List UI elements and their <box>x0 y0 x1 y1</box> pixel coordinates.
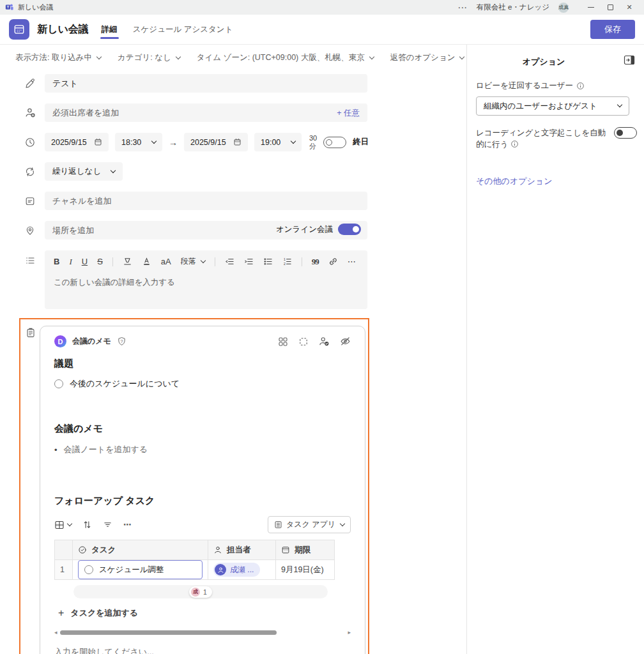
add-person-icon <box>22 107 38 118</box>
maximize-button[interactable] <box>601 1 620 14</box>
chevron-down-icon <box>291 138 296 143</box>
add-optional-attendees-link[interactable]: + 任意 <box>337 108 360 119</box>
assignee-avatar-icon <box>215 564 226 575</box>
tab-scheduling-assistant[interactable]: スケジュール アシスタント <box>132 15 234 44</box>
tab-details[interactable]: 詳細 <box>100 15 119 44</box>
editor-more-button[interactable]: ⋯ <box>348 257 356 266</box>
response-options-dropdown[interactable]: 返答のオプション <box>390 52 464 63</box>
task-app-icon <box>274 521 282 529</box>
online-meeting-label: オンライン会議 <box>276 224 333 235</box>
apps-grid-icon[interactable] <box>278 337 288 347</box>
font-size-button[interactable]: aA <box>161 257 171 266</box>
task-toolbar-more-button[interactable]: ⋯ <box>123 520 132 529</box>
link-button[interactable] <box>328 257 338 266</box>
chevron-down-icon <box>617 102 622 107</box>
due-date-cell[interactable]: 9月19日(金) <box>276 560 335 580</box>
meeting-title-input[interactable] <box>45 74 367 93</box>
horizontal-scrollbar[interactable]: ◂ ▸ <box>54 629 351 635</box>
numbered-list-button[interactable]: 12 <box>282 257 292 266</box>
paragraph-style-dropdown[interactable]: 段落 <box>181 256 205 267</box>
presence-badge: 成 1 <box>189 586 212 598</box>
strikethrough-button[interactable]: S <box>97 257 103 266</box>
outdent-button[interactable] <box>225 257 234 266</box>
pencil-icon <box>22 79 38 89</box>
all-day-toggle[interactable] <box>323 137 346 148</box>
show-as-dropdown[interactable]: 表示方法: 取り込み中 <box>15 52 101 63</box>
add-task-button[interactable]: + タスクを追加する <box>58 607 351 619</box>
chevron-down-icon <box>111 167 116 172</box>
highlight-button[interactable] <box>123 257 132 266</box>
info-icon[interactable] <box>576 82 585 90</box>
agenda-item-checkbox[interactable] <box>54 379 63 388</box>
page-title: 新しい会議 <box>37 23 89 36</box>
category-dropdown[interactable]: カテゴリ: なし <box>118 52 180 63</box>
chevron-down-icon <box>176 54 181 59</box>
assignee-pill[interactable]: 成瀬 ... <box>213 563 260 577</box>
description-editor[interactable]: B I U S aA 段落 12 <box>45 250 367 309</box>
calendar-icon <box>94 138 102 146</box>
agenda-heading: 議題 <box>54 358 351 370</box>
notes-placeholder-item[interactable]: • 会議ノートを追加する <box>54 444 351 455</box>
loop-component-frame: D 会議のメモ ? 議題 <box>19 318 369 654</box>
filter-icon[interactable] <box>103 520 112 529</box>
presence-bar: 成 1 <box>73 585 328 598</box>
shared-people-icon[interactable] <box>319 336 330 347</box>
blockquote-button[interactable]: 99 <box>312 257 319 267</box>
clock-icon <box>22 137 38 148</box>
editor-toolbar: B I U S aA 段落 12 <box>54 256 358 267</box>
person-icon <box>213 545 222 554</box>
calendar-icon <box>281 545 290 554</box>
end-time-picker[interactable]: 19:00 <box>254 133 302 151</box>
more-options-link[interactable]: その他のオプション <box>476 176 637 187</box>
task-title-cell[interactable]: スケジュール調整 <box>78 560 203 579</box>
recurrence-dropdown[interactable]: 繰り返しなし <box>45 162 123 181</box>
task-app-dropdown[interactable]: タスク アプリ <box>268 516 351 533</box>
italic-button[interactable]: I <box>69 257 72 267</box>
sort-icon[interactable] <box>82 520 92 529</box>
titlebar-more-button[interactable]: ··· <box>458 4 468 11</box>
loop-typing-placeholder[interactable]: 入力を開始してください... <box>54 646 351 654</box>
table-view-dropdown[interactable] <box>54 520 72 530</box>
loop-app-icon: D <box>54 335 66 347</box>
channel-input[interactable] <box>45 192 367 210</box>
close-button[interactable]: ✕ <box>620 1 639 14</box>
scroll-left-arrow[interactable]: ◂ <box>54 629 57 635</box>
indent-button[interactable] <box>244 257 254 266</box>
info-icon[interactable] <box>510 140 519 148</box>
start-date-picker[interactable]: 2025/9/15 <box>45 133 109 151</box>
description-placeholder[interactable]: この新しい会議の詳細を入力する <box>54 277 358 288</box>
open-panel-icon[interactable] <box>623 54 636 66</box>
repeat-icon <box>22 167 38 177</box>
underline-button[interactable]: U <box>82 257 88 266</box>
chevron-down-icon <box>151 138 157 143</box>
font-color-button[interactable] <box>142 257 151 266</box>
user-avatar[interactable]: 成真 <box>558 3 569 13</box>
to-arrow: → <box>169 137 178 148</box>
notes-list-icon <box>22 250 38 266</box>
shield-question-icon[interactable]: ? <box>117 337 126 346</box>
chevron-down-icon <box>340 521 345 526</box>
lobby-bypass-select[interactable]: 組織内のユーザーおよびゲスト <box>476 96 629 116</box>
save-button[interactable]: 保存 <box>590 20 635 39</box>
agenda-item[interactable]: 今後のスケジュールについて <box>54 378 351 390</box>
scrollbar-thumb[interactable] <box>60 630 277 635</box>
eye-off-icon[interactable] <box>340 336 351 347</box>
start-time-picker[interactable]: 18:30 <box>115 133 162 151</box>
required-attendees-input[interactable] <box>45 103 367 122</box>
bullet-list-button[interactable] <box>263 257 273 266</box>
copy-component-icon[interactable] <box>298 337 309 347</box>
task-complete-checkbox[interactable] <box>84 565 93 574</box>
auto-record-toggle[interactable] <box>614 127 637 139</box>
minimize-button[interactable] <box>581 1 601 14</box>
duration-label: 30分 <box>309 134 317 150</box>
options-panel: オプション ロビーを迂回するユーザー 組織内のユーザーおよびゲスト レコーディン… <box>466 45 644 654</box>
meeting-form: 表示方法: 取り込み中 カテゴリ: なし タイム ゾーン: (UTC+09:00… <box>0 45 466 654</box>
end-date-picker[interactable]: 2025/9/15 <box>184 133 248 151</box>
online-meeting-toggle[interactable] <box>338 224 361 235</box>
bold-button[interactable]: B <box>54 257 59 266</box>
timezone-dropdown[interactable]: タイム ゾーン: (UTC+09:00) 大阪、札幌、東京 <box>197 52 374 63</box>
scroll-right-arrow[interactable]: ▸ <box>348 629 351 635</box>
calendar-app-icon <box>9 19 29 40</box>
task-row: 1 スケジュール調整 <box>55 560 335 580</box>
chevron-down-icon <box>67 521 72 526</box>
